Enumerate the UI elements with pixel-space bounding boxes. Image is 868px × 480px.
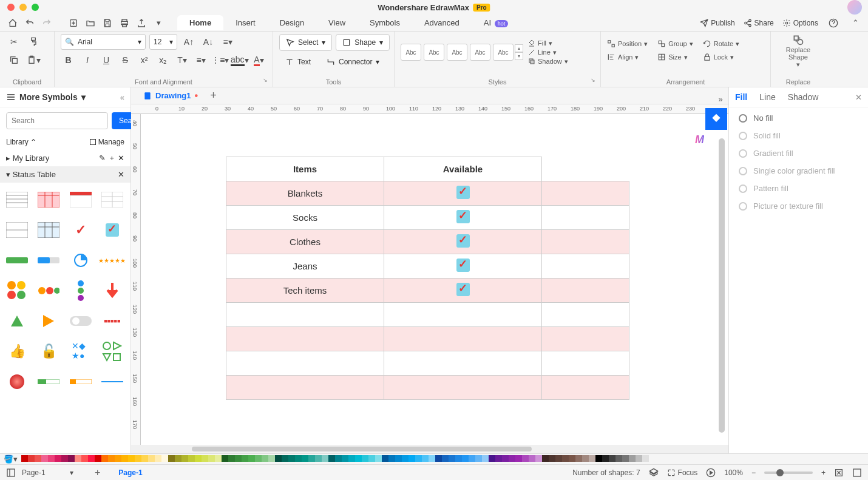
color-swatch[interactable]	[409, 455, 415, 462]
table-header-items[interactable]: Items	[226, 157, 384, 181]
color-swatch[interactable]	[288, 455, 295, 462]
color-swatch[interactable]	[55, 455, 61, 462]
color-swatch[interactable]	[395, 455, 402, 462]
decrease-font-icon[interactable]: A↓	[200, 34, 216, 50]
color-swatch[interactable]	[642, 455, 649, 462]
color-swatch[interactable]	[148, 455, 155, 462]
shape-lights-1[interactable]	[5, 279, 29, 303]
color-swatch[interactable]	[242, 455, 248, 462]
color-swatch[interactable]	[502, 455, 509, 462]
color-swatch[interactable]	[188, 455, 195, 462]
help-icon[interactable]	[827, 16, 840, 30]
color-swatch[interactable]	[582, 455, 589, 462]
canvas[interactable]: M ItemsAvailableBlanketsSocksClothesJean…	[141, 114, 728, 445]
fill-option-1[interactable]: Solid fill	[739, 131, 858, 140]
open-icon[interactable]	[84, 16, 97, 30]
shape-table-grey[interactable]	[5, 218, 29, 242]
manage-button[interactable]: Manage	[89, 138, 124, 146]
fullscreen-icon[interactable]	[852, 468, 862, 478]
color-swatch[interactable]	[589, 455, 595, 462]
fill-option-4[interactable]: Pattern fill	[739, 184, 858, 193]
color-swatch[interactable]	[195, 455, 202, 462]
color-swatch[interactable]	[101, 455, 108, 462]
color-swatch[interactable]	[155, 455, 161, 462]
shape-triangle-green[interactable]	[5, 309, 29, 333]
style-down-icon[interactable]: ▾	[515, 52, 523, 60]
color-swatch[interactable]	[248, 455, 255, 462]
color-swatch[interactable]	[535, 455, 542, 462]
table-header-available[interactable]: Available	[384, 157, 542, 181]
color-swatch[interactable]	[28, 455, 35, 462]
shape-table-header[interactable]	[69, 188, 93, 212]
color-swatch[interactable]	[615, 455, 622, 462]
shape-line-blue[interactable]	[100, 370, 124, 394]
table-row[interactable]: Clothes	[226, 230, 629, 254]
paste-icon[interactable]: ▾	[25, 52, 41, 68]
window-maximize[interactable]	[32, 4, 39, 11]
table-row[interactable]: Socks	[226, 206, 629, 230]
menu-tab-symbols[interactable]: Symbols	[358, 15, 412, 30]
my-library-item[interactable]: ▸ My Library	[6, 154, 49, 163]
fit-page-icon[interactable]	[834, 468, 844, 478]
menu-tab-insert[interactable]: Insert	[223, 15, 268, 30]
color-swatch[interactable]	[595, 455, 602, 462]
lib-add-icon[interactable]: +	[109, 154, 114, 163]
font-select[interactable]: 🔍Arial▾	[61, 34, 146, 50]
paint-bucket-icon[interactable]: 🪣▾	[4, 455, 18, 464]
style-sample-2[interactable]: Abc	[447, 44, 467, 61]
rotate-button[interactable]: Rotate▾	[703, 38, 739, 50]
color-swatch[interactable]	[68, 455, 75, 462]
color-swatch[interactable]	[35, 455, 41, 462]
style-sample-1[interactable]: Abc	[424, 44, 444, 61]
collapse-sidebar-icon[interactable]: «	[120, 93, 124, 102]
fill-option-0[interactable]: No fill	[739, 113, 858, 123]
color-swatch[interactable]	[235, 455, 242, 462]
align-icon[interactable]: ≡▾	[220, 34, 236, 50]
line-spacing-icon[interactable]: ≡▾	[194, 52, 209, 68]
color-swatch[interactable]	[202, 455, 208, 462]
color-swatch[interactable]	[255, 455, 262, 462]
color-swatch[interactable]	[402, 455, 409, 462]
search-input[interactable]	[6, 112, 108, 129]
shape-table-red[interactable]	[36, 188, 61, 212]
color-swatch[interactable]	[175, 455, 181, 462]
color-swatch[interactable]	[375, 455, 382, 462]
color-swatch[interactable]	[362, 455, 368, 462]
document-tab[interactable]: Drawing1 •	[137, 88, 204, 104]
shape-check-box[interactable]	[100, 218, 124, 242]
line-button[interactable]: Line▾	[528, 49, 568, 56]
color-swatch[interactable]	[75, 455, 81, 462]
shadow-button[interactable]: Shadow▾	[528, 58, 568, 66]
more-icon[interactable]: ▾	[152, 16, 165, 30]
fill-option-3[interactable]: Single color gradient fill	[739, 166, 858, 175]
table-row[interactable]	[226, 303, 629, 327]
add-page-button[interactable]: +	[95, 467, 100, 478]
shape-progress-green[interactable]	[5, 248, 29, 272]
shape-table-1[interactable]	[5, 188, 29, 212]
color-swatch[interactable]	[422, 455, 429, 462]
status-table-section[interactable]: ▾ Status Table	[6, 170, 56, 179]
play-icon[interactable]	[706, 468, 716, 478]
color-swatch[interactable]	[636, 455, 642, 462]
format-painter-icon[interactable]	[25, 34, 41, 50]
color-swatch[interactable]	[95, 455, 101, 462]
shape-table-blue[interactable]	[36, 218, 61, 242]
library-label[interactable]: Library ⌃	[6, 138, 36, 146]
color-swatch[interactable]	[629, 455, 636, 462]
color-swatch[interactable]	[542, 455, 549, 462]
bullets-icon[interactable]: ⋮≡▾	[212, 52, 228, 68]
color-swatch[interactable]	[21, 455, 28, 462]
color-swatch[interactable]	[482, 455, 489, 462]
fill-button[interactable]: Fill▾	[528, 39, 568, 47]
color-swatch[interactable]	[489, 455, 495, 462]
color-swatch[interactable]	[449, 455, 455, 462]
symbols-title[interactable]: More Symbols▾	[6, 92, 86, 102]
shape-check-red[interactable]: ✓	[69, 218, 93, 242]
undo-icon[interactable]	[23, 16, 36, 30]
color-swatch[interactable]	[141, 455, 148, 462]
table-row[interactable]	[226, 376, 629, 400]
page-tab[interactable]: Page-1	[118, 468, 142, 477]
color-swatch[interactable]	[569, 455, 575, 462]
styles-launcher-icon[interactable]: ↘	[591, 77, 598, 84]
shape-thumbs-up[interactable]: 👍	[5, 339, 29, 363]
